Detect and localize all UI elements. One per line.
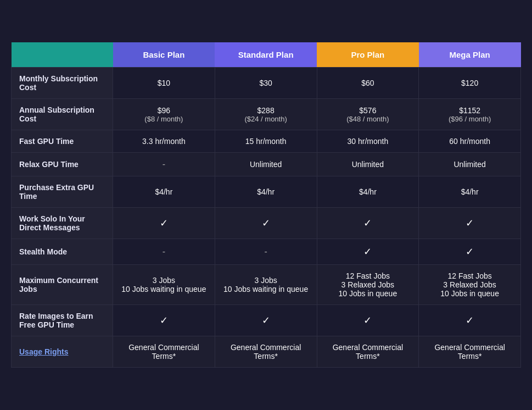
feature-label: Work Solo In Your Direct Messages (12, 208, 113, 239)
feature-label: Maximum Concurrent Jobs (12, 265, 113, 305)
basic-value: General Commercial Terms* (113, 336, 215, 368)
basic-value: ✓ (113, 305, 215, 336)
mega-value: General Commercial Terms* (419, 336, 521, 368)
pro-value: $60 (317, 68, 419, 99)
header-basic: Basic Plan (113, 42, 215, 68)
mega-value: 12 Fast Jobs3 Relaxed Jobs10 Jobs in que… (419, 265, 521, 305)
basic-value: $10 (113, 68, 215, 99)
basic-value: $96($8 / month) (113, 99, 215, 130)
mega-value: $4/hr (419, 176, 521, 208)
header-mega: Mega Plan (419, 42, 521, 68)
standard-value: ✓ (215, 208, 317, 239)
table-row: Annual Subscription Cost$96($8 / month)$… (12, 99, 521, 130)
pro-value: Unlimited (317, 153, 419, 176)
standard-value: ✓ (215, 305, 317, 336)
standard-value: $288($24 / month) (215, 99, 317, 130)
pro-value: ✓ (317, 208, 419, 239)
feature-label[interactable]: Usage Rights (12, 336, 113, 368)
standard-value: - (215, 239, 317, 265)
usage-rights-link[interactable]: Usage Rights (19, 347, 68, 356)
pro-value: $4/hr (317, 176, 419, 208)
table-row: Monthly Subscription Cost$10$30$60$120 (12, 68, 521, 99)
standard-value: Unlimited (215, 153, 317, 176)
basic-value: 3.3 hr/month (113, 130, 215, 153)
table-row: Work Solo In Your Direct Messages✓✓✓✓ (12, 208, 521, 239)
standard-value: General Commercial Terms* (215, 336, 317, 368)
feature-label: Monthly Subscription Cost (12, 68, 113, 99)
basic-value: - (113, 239, 215, 265)
pro-value: 12 Fast Jobs3 Relaxed Jobs10 Jobs in que… (317, 265, 419, 305)
standard-value: $30 (215, 68, 317, 99)
pro-value: General Commercial Terms* (317, 336, 419, 368)
header-empty (12, 42, 113, 68)
feature-label: Purchase Extra GPU Time (12, 176, 113, 208)
standard-value: $4/hr (215, 176, 317, 208)
basic-value: - (113, 153, 215, 176)
pricing-table-wrapper: Basic Plan Standard Plan Pro Plan Mega P… (11, 42, 521, 368)
table-row: Maximum Concurrent Jobs3 Jobs10 Jobs wai… (12, 265, 521, 305)
feature-label: Fast GPU Time (12, 130, 113, 153)
feature-label: Stealth Mode (12, 239, 113, 265)
basic-value: $4/hr (113, 176, 215, 208)
standard-value: 15 hr/month (215, 130, 317, 153)
feature-label: Annual Subscription Cost (12, 99, 113, 130)
pricing-table: Basic Plan Standard Plan Pro Plan Mega P… (11, 42, 521, 368)
mega-value: $1152($96 / month) (419, 99, 521, 130)
table-row: Rate Images to Earn Free GPU Time✓✓✓✓ (12, 305, 521, 336)
basic-value: 3 Jobs10 Jobs waiting in queue (113, 265, 215, 305)
mega-value: ✓ (419, 208, 521, 239)
mega-value: Unlimited (419, 153, 521, 176)
standard-value: 3 Jobs10 Jobs waiting in queue (215, 265, 317, 305)
pro-value: $576($48 / month) (317, 99, 419, 130)
pro-value: ✓ (317, 305, 419, 336)
feature-label: Rate Images to Earn Free GPU Time (12, 305, 113, 336)
feature-label: Relax GPU Time (12, 153, 113, 176)
basic-value: ✓ (113, 208, 215, 239)
pro-value: ✓ (317, 239, 419, 265)
table-row: Fast GPU Time3.3 hr/month15 hr/month30 h… (12, 130, 521, 153)
table-row: Stealth Mode--✓✓ (12, 239, 521, 265)
header-standard: Standard Plan (215, 42, 317, 68)
mega-value: ✓ (419, 305, 521, 336)
pro-value: 30 hr/month (317, 130, 419, 153)
table-row: Usage RightsGeneral Commercial Terms*Gen… (12, 336, 521, 368)
table-row: Relax GPU Time-UnlimitedUnlimitedUnlimit… (12, 153, 521, 176)
mega-value: 60 hr/month (419, 130, 521, 153)
table-row: Purchase Extra GPU Time$4/hr$4/hr$4/hr$4… (12, 176, 521, 208)
header-pro: Pro Plan (317, 42, 419, 68)
mega-value: ✓ (419, 239, 521, 265)
mega-value: $120 (419, 68, 521, 99)
